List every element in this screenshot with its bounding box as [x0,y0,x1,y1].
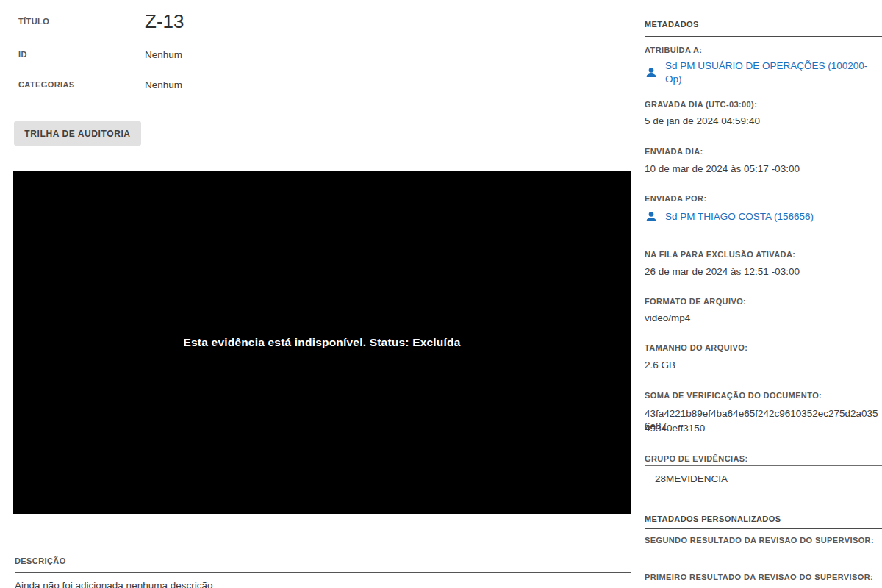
evidence-title: Z-13 [145,10,184,32]
evidence-group-label: GRUPO DE EVIDÊNCIAS: [645,454,882,464]
person-icon [645,210,658,223]
assigned-to-link[interactable]: Sd PM USUÁRIO DE OPERAÇÕES (100200-Op) [645,60,882,86]
deletion-queue-label: NA FILA PARA EXCLUSÃO ATIVADA: [645,250,882,259]
deletion-queue-value: 26 de mar de 2024 às 12:51 -03:00 [645,265,882,278]
evidence-group-input[interactable] [645,465,882,492]
uploaded-by-link[interactable]: Sd PM THIAGO COSTA (156656) [645,210,814,223]
evidence-unavailable-message: Esta evidência está indisponível. Status… [184,336,461,349]
uploaded-date-label: ENVIADA DIA: [645,147,882,157]
checksum-value-line2: 49340eff3150 [645,422,882,434]
metadata-header: METADADOS [645,20,882,37]
second-supervisor-review-label: SEGUNDO RESULTADO DA REVISAO DO SUPERVIS… [645,536,882,545]
custom-metadata-header: METADADOS PERSONALIZADOS [645,514,882,529]
file-format-value: video/mp4 [645,312,882,324]
categories-label: CATEGORIAS [18,80,75,90]
assigned-to-user[interactable]: Sd PM USUÁRIO DE OPERAÇÕES (100200-Op) [665,60,882,86]
id-label: ID [18,50,27,60]
evidence-detail-page: TÍTULO Z-13 ID Nenhum CATEGORIAS Nenhum … [0,0,882,588]
uploaded-date-value: 10 de mar de 2024 às 05:17 -03:00 [645,162,882,175]
checksum-label: SOMA DE VERIFICAÇÃO DO DOCUMENTO: [645,391,882,401]
id-value: Nenhum [145,49,182,61]
uploaded-by-label: ENVIADA POR: [645,194,882,204]
audit-trail-button[interactable]: TRILHA DE AUDITORIA [14,121,141,146]
file-format-label: FORMATO DE ARQUIVO: [645,297,882,306]
recorded-date-label: GRAVADA DIA (UTC-03:00): [645,100,882,110]
file-size-label: TAMANHO DO ARQUIVO: [645,343,882,353]
description-divider [15,572,631,573]
recorded-date-value: 5 de jan de 2024 04:59:40 [645,115,882,127]
description-header: DESCRIÇÃO [15,556,66,565]
title-label: TÍTULO [18,17,49,26]
categories-value: Nenhum [145,79,182,91]
assigned-to-label: ATRIBUÍDA A: [645,46,882,55]
description-empty-text: Ainda não foi adicionada nenhuma descriç… [15,580,212,588]
first-supervisor-review-label: PRIMEIRO RESULTADO DA REVISAO DO SUPERVI… [645,573,882,582]
person-icon [645,66,658,79]
video-player: Esta evidência está indisponível. Status… [13,171,631,514]
file-size-value: 2.6 GB [645,359,882,371]
uploaded-by-user[interactable]: Sd PM THIAGO COSTA (156656) [665,210,814,223]
